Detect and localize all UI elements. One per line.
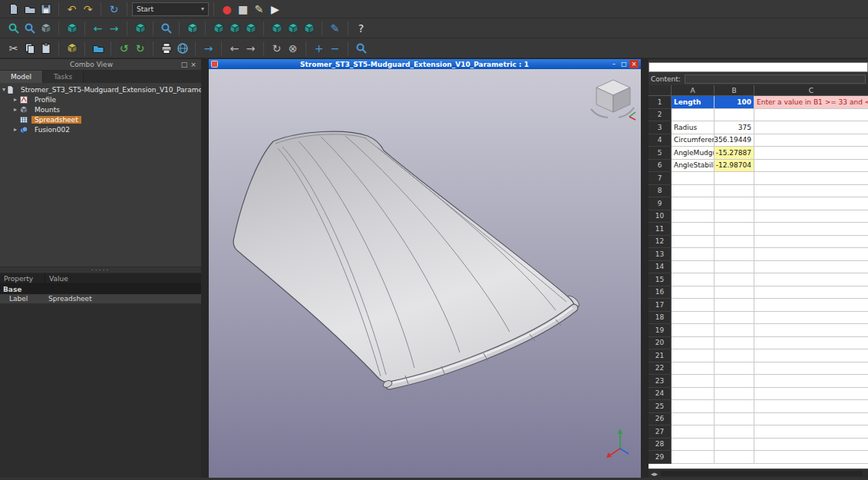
tree-item-mounts[interactable]: ▸Mounts xyxy=(0,104,201,114)
open-document-icon[interactable] xyxy=(21,1,38,17)
cell-C19[interactable] xyxy=(754,324,868,337)
cell-C11[interactable] xyxy=(754,223,868,236)
cell-A24[interactable] xyxy=(672,388,715,401)
placement-icon[interactable] xyxy=(64,40,80,56)
cell-A15[interactable] xyxy=(672,273,715,286)
cell-B12[interactable] xyxy=(715,236,754,249)
cell-B1[interactable]: 100 xyxy=(715,96,754,109)
cell-A16[interactable] xyxy=(672,286,715,300)
cell-B19[interactable] xyxy=(715,324,754,337)
row-number[interactable]: 2 xyxy=(649,109,672,122)
nav-forward-icon[interactable]: → xyxy=(243,40,259,56)
row-number[interactable]: 21 xyxy=(649,349,672,362)
maximize-window-button[interactable]: □ xyxy=(619,60,629,68)
scrollbar-track[interactable] xyxy=(661,471,863,476)
workbench-selector[interactable]: Start▾ xyxy=(132,2,209,16)
cell-B10[interactable] xyxy=(715,210,754,223)
view-link-icon[interactable] xyxy=(132,20,148,36)
cell-B26[interactable] xyxy=(715,413,754,426)
undo-icon[interactable]: ↶ xyxy=(64,1,80,17)
new-document-icon[interactable] xyxy=(5,1,21,17)
cell-C26[interactable] xyxy=(754,413,868,426)
whats-this-icon[interactable]: ? xyxy=(353,20,369,36)
draw-style-icon[interactable] xyxy=(38,20,54,36)
cell-C6[interactable] xyxy=(754,160,868,173)
cell-C15[interactable] xyxy=(754,273,868,286)
panel-divider-right[interactable] xyxy=(641,59,649,478)
fit-all-icon[interactable] xyxy=(5,20,21,36)
cell-A9[interactable] xyxy=(672,197,715,210)
view-rear-icon[interactable] xyxy=(269,20,285,36)
row-number[interactable]: 18 xyxy=(649,312,672,325)
property-row-label[interactable]: Label Spreadsheet xyxy=(0,294,201,304)
tree-item-profile[interactable]: ▸Profile xyxy=(0,94,201,104)
row-number[interactable]: 20 xyxy=(649,337,672,350)
cell-A28[interactable] xyxy=(672,439,715,452)
row-number[interactable]: 1 xyxy=(649,96,672,109)
cell-B16[interactable] xyxy=(715,286,754,300)
tree-item-fusion002[interactable]: ▸Fusion002 xyxy=(0,124,201,134)
row-number[interactable]: 17 xyxy=(649,299,672,312)
tab-tasks[interactable]: Tasks xyxy=(43,71,84,83)
cell-C14[interactable] xyxy=(754,261,868,274)
row-number[interactable]: 27 xyxy=(649,425,672,439)
link-go-icon[interactable]: ↻ xyxy=(132,40,148,56)
cell-C23[interactable] xyxy=(754,375,868,388)
cell-B27[interactable] xyxy=(715,425,754,439)
cell-C9[interactable] xyxy=(754,197,868,210)
cell-B14[interactable] xyxy=(715,261,754,274)
column-header-c[interactable]: C xyxy=(754,85,868,96)
tree-item-stromer-st3-st5-mudguard-extension-v10-p[interactable]: ▾Stromer_ST3_ST5-Mudguard_Extension_V10_… xyxy=(0,84,201,94)
3d-view-titlebar[interactable]: Stromer_ST3_ST5-Mudguard_Extension_V10_P… xyxy=(209,59,641,69)
expander-icon[interactable]: ▸ xyxy=(12,106,19,113)
cell-B13[interactable] xyxy=(715,248,754,261)
cell-B7[interactable] xyxy=(715,172,754,185)
cell-C8[interactable] xyxy=(754,185,868,198)
macro-edit-icon[interactable]: ✎ xyxy=(251,1,267,17)
view-back-icon[interactable]: ← xyxy=(90,20,106,36)
paste-icon[interactable] xyxy=(38,40,54,56)
row-number[interactable]: 8 xyxy=(649,185,672,198)
cell-A13[interactable] xyxy=(672,248,715,261)
cell-A12[interactable] xyxy=(672,236,715,249)
cell-B4[interactable]: 2'356.19449 xyxy=(715,134,754,147)
row-number[interactable]: 6 xyxy=(649,160,672,173)
cell-A14[interactable] xyxy=(672,261,715,274)
cell-C20[interactable] xyxy=(754,337,868,350)
cell-A29[interactable] xyxy=(672,451,715,464)
view-front-icon[interactable] xyxy=(210,20,226,36)
horizontal-scrollbar[interactable]: ◂ ▸ xyxy=(649,468,868,478)
link-make-icon[interactable]: ↺ xyxy=(116,40,132,56)
panel-divider-left[interactable] xyxy=(201,59,209,478)
nav-stop-icon[interactable]: ⊗ xyxy=(285,40,301,56)
close-window-button[interactable]: × xyxy=(629,60,639,68)
cell-A22[interactable] xyxy=(672,362,715,376)
row-number[interactable]: 25 xyxy=(649,400,672,413)
cell-A25[interactable] xyxy=(672,400,715,413)
cell-C2[interactable] xyxy=(754,109,868,122)
cell-B8[interactable] xyxy=(715,185,754,198)
cell-A2[interactable] xyxy=(672,109,715,122)
row-number[interactable]: 29 xyxy=(649,451,672,464)
macro-stop-icon[interactable]: ■ xyxy=(235,1,251,17)
cell-C3[interactable] xyxy=(754,121,868,134)
zoom-in-icon[interactable]: + xyxy=(311,40,327,56)
box-element-selection-icon[interactable] xyxy=(353,40,369,56)
row-number[interactable]: 19 xyxy=(649,324,672,337)
nav-back-icon[interactable]: ← xyxy=(226,40,243,56)
row-number[interactable]: 26 xyxy=(649,413,672,426)
row-number[interactable]: 14 xyxy=(649,261,672,274)
macro-record-icon[interactable]: ● xyxy=(219,1,235,17)
cell-A8[interactable] xyxy=(672,185,715,198)
cell-C1[interactable]: Enter a value in B1 >= 33 and <= 200 xyxy=(754,96,868,109)
zoom-box-icon[interactable] xyxy=(158,20,174,36)
cell-A10[interactable] xyxy=(672,210,715,223)
property-value[interactable]: Spreadsheet xyxy=(45,295,201,303)
cell-B17[interactable] xyxy=(715,299,754,312)
cell-A17[interactable] xyxy=(672,299,715,312)
column-header-b[interactable]: B xyxy=(715,85,754,96)
3d-canvas[interactable] xyxy=(209,69,641,478)
cell-A7[interactable] xyxy=(672,172,715,185)
cell-C21[interactable] xyxy=(754,349,868,362)
cell-B6[interactable]: -12.98704 xyxy=(715,160,754,173)
